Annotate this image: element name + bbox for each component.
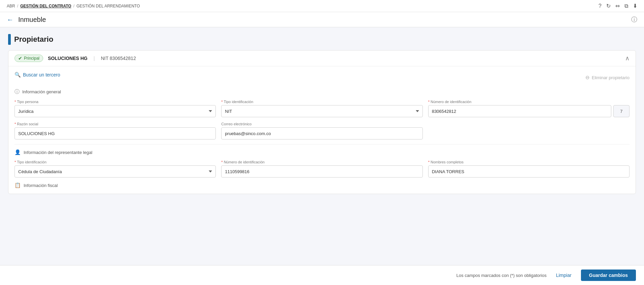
minus-circle-icon: ⊖ bbox=[585, 74, 590, 81]
refresh-icon[interactable]: ↻ bbox=[606, 3, 611, 9]
rep-nombres-group: Nombres completos bbox=[428, 160, 630, 178]
page-header: ← Inmueble ⓘ bbox=[0, 12, 644, 27]
tipo-identificacion-group: Tipo identificación NIT CC CE Pasaporte bbox=[221, 100, 422, 117]
tipo-identificacion-label: Tipo identificación bbox=[221, 100, 422, 104]
rep-tipo-id-label: Tipo identificación bbox=[14, 160, 216, 164]
info-fiscal-label: 📋 Información fiscal bbox=[14, 182, 630, 188]
section-divider bbox=[14, 144, 630, 145]
rep-numero-id-input[interactable] bbox=[221, 165, 422, 178]
numero-id-label: Número de identificación bbox=[428, 100, 630, 104]
form-row-2: Razón social Correo electrónico bbox=[14, 122, 630, 139]
razon-social-group: Razón social bbox=[14, 122, 216, 139]
search-tercero-link[interactable]: 🔍 Buscar un tercero bbox=[14, 72, 60, 78]
rep-tipo-id-select[interactable]: Cédula de Ciudadanía Pasaporte CE bbox=[14, 165, 216, 178]
move-icon[interactable]: ⇔ bbox=[615, 3, 620, 9]
help-icon[interactable]: ? bbox=[598, 3, 602, 9]
delete-propietario-label: Eliminar propietario bbox=[592, 75, 630, 80]
representante-icon: 👤 bbox=[14, 149, 21, 155]
fiscal-icon: 📋 bbox=[14, 182, 21, 188]
info-general-text: Información general bbox=[22, 89, 61, 94]
page-header-left: ← Inmueble bbox=[7, 16, 46, 24]
company-name: SOLUCIONES HG bbox=[48, 56, 87, 61]
top-icons: ? ↻ ⇔ ⧉ ⬇ bbox=[598, 3, 637, 9]
breadcrumb-abr[interactable]: ABR bbox=[7, 4, 15, 8]
search-tercero-label: Buscar un tercero bbox=[23, 72, 60, 77]
section-header: Propietario bbox=[8, 34, 636, 45]
search-icon: 🔍 bbox=[14, 72, 21, 78]
section-title: Propietario bbox=[14, 35, 53, 44]
top-bar: ABR / GESTIÓN DEL CONTRATO / GESTIÓN DEL… bbox=[0, 0, 644, 12]
collapse-button[interactable]: ∧ bbox=[625, 55, 630, 62]
download-icon[interactable]: ⬇ bbox=[633, 3, 637, 9]
tipo-persona-group: Tipo persona Natural Jurídica bbox=[14, 100, 216, 117]
propietario-card: ✔ Principal SOLUCIONES HG | NIT 83065428… bbox=[8, 50, 636, 194]
rep-nombres-input[interactable] bbox=[428, 165, 630, 178]
info-representante-label: 👤 Información del representante legal bbox=[14, 149, 630, 155]
rep-nombres-label: Nombres completos bbox=[428, 160, 630, 164]
breadcrumb-sep-2: / bbox=[73, 4, 74, 8]
correo-label: Correo electrónico bbox=[221, 122, 422, 126]
numero-id-input[interactable] bbox=[428, 105, 611, 117]
page-title: Inmueble bbox=[18, 16, 46, 24]
card-body: 🔍 Buscar un tercero ⊖ Eliminar propietar… bbox=[8, 66, 636, 194]
tipo-identificacion-select[interactable]: NIT CC CE Pasaporte bbox=[221, 105, 422, 117]
correo-input[interactable] bbox=[221, 127, 422, 139]
content-area: Propietario ✔ Principal SOLUCIONES HG | … bbox=[0, 27, 644, 206]
info-general-label: ⓘ Información general bbox=[14, 89, 630, 95]
razon-social-input[interactable] bbox=[14, 127, 216, 139]
breadcrumb-sep-1: / bbox=[17, 4, 18, 8]
copy-icon[interactable]: ⧉ bbox=[624, 3, 628, 9]
breadcrumb-gestion-contrato[interactable]: GESTIÓN DEL CONTRATO bbox=[20, 4, 71, 8]
razon-social-label: Razón social bbox=[14, 122, 216, 126]
tipo-persona-label: Tipo persona bbox=[14, 100, 216, 104]
breadcrumb: ABR / GESTIÓN DEL CONTRATO / GESTIÓN DEL… bbox=[7, 4, 140, 8]
section-accent bbox=[8, 34, 11, 45]
principal-badge: ✔ Principal bbox=[14, 55, 43, 62]
tipo-persona-select[interactable]: Natural Jurídica bbox=[14, 105, 216, 117]
form-row-1: Tipo persona Natural Jurídica Tipo ident… bbox=[14, 100, 630, 117]
principal-badge-label: Principal bbox=[24, 56, 39, 61]
rep-numero-id-label: Número de identificación bbox=[221, 160, 422, 164]
info-fiscal-text: Información fiscal bbox=[24, 183, 58, 188]
numero-identificacion-group: Número de identificación 7 bbox=[428, 100, 630, 117]
digito-verificacion: 7 bbox=[613, 105, 630, 117]
card-header-left: ✔ Principal SOLUCIONES HG | NIT 83065428… bbox=[14, 55, 136, 62]
rep-tipo-id-group: Tipo identificación Cédula de Ciudadanía… bbox=[14, 160, 216, 178]
back-button[interactable]: ← bbox=[7, 16, 13, 24]
nit-label: NIT 8306542812 bbox=[101, 56, 136, 61]
info-icon[interactable]: ⓘ bbox=[631, 15, 637, 24]
form-row-3: Tipo identificación Cédula de Ciudadanía… bbox=[14, 160, 630, 178]
delete-propietario-link[interactable]: ⊖ Eliminar propietario bbox=[585, 74, 630, 81]
breadcrumb-gestion-arrendamiento: GESTIÓN DEL ARRENDAMIENTO bbox=[77, 4, 140, 8]
info-representante-text: Información del representante legal bbox=[24, 150, 92, 155]
divider: | bbox=[94, 56, 95, 61]
rep-numero-id-group: Número de identificación bbox=[221, 160, 422, 178]
info-general-icon: ⓘ bbox=[14, 89, 20, 95]
check-circle-icon: ✔ bbox=[18, 56, 22, 61]
card-header: ✔ Principal SOLUCIONES HG | NIT 83065428… bbox=[8, 51, 636, 66]
correo-group: Correo electrónico bbox=[221, 122, 422, 139]
